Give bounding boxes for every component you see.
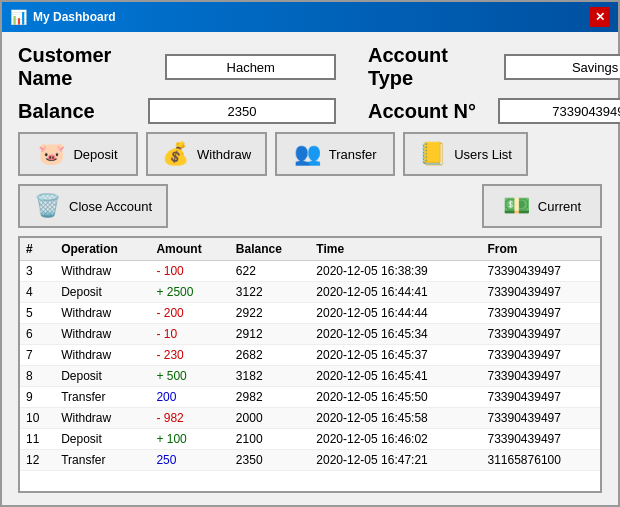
app-icon: 📊: [10, 9, 27, 25]
table-row: 4 Deposit + 2500 3122 2020-12-05 16:44:4…: [20, 282, 600, 303]
users-list-button[interactable]: 📒 Users List: [403, 132, 528, 176]
cell-operation: Withdraw: [55, 408, 150, 429]
cell-time: 2020-12-05 16:45:50: [310, 387, 481, 408]
cell-from: 73390439497: [482, 366, 601, 387]
close-account-button[interactable]: 🗑️ Close Account: [18, 184, 168, 228]
customer-name-group: Customer Name: [18, 44, 336, 90]
table-header-row: # Operation Amount Balance Time From: [20, 238, 600, 261]
users-list-icon: 📒: [419, 143, 446, 165]
balance-input[interactable]: [148, 98, 336, 124]
cell-time: 2020-12-05 16:45:41: [310, 366, 481, 387]
current-label: Current: [538, 199, 581, 214]
cell-operation: Withdraw: [55, 261, 150, 282]
cell-time: 2020-12-05 16:44:44: [310, 303, 481, 324]
cell-operation: Deposit: [55, 282, 150, 303]
table-row: 8 Deposit + 500 3182 2020-12-05 16:45:41…: [20, 366, 600, 387]
cell-amount: - 230: [150, 345, 229, 366]
cell-time: 2020-12-05 16:38:39: [310, 261, 481, 282]
col-header-time: Time: [310, 238, 481, 261]
close-account-label: Close Account: [69, 199, 152, 214]
balance-group: Balance: [18, 98, 336, 124]
form-row-1: Customer Name Account Type: [18, 44, 602, 90]
cell-operation: Deposit: [55, 429, 150, 450]
cell-time: 2020-12-05 16:45:37: [310, 345, 481, 366]
cell-amount: 250: [150, 450, 229, 471]
table-row: 6 Withdraw - 10 2912 2020-12-05 16:45:34…: [20, 324, 600, 345]
cell-amount: - 982: [150, 408, 229, 429]
account-no-input[interactable]: [498, 98, 620, 124]
cell-id: 8: [20, 366, 55, 387]
form-row-2: Balance Account N°: [18, 98, 602, 124]
col-header-amount: Amount: [150, 238, 229, 261]
cell-balance: 2922: [230, 303, 310, 324]
account-type-label: Account Type: [368, 44, 494, 90]
cell-operation: Withdraw: [55, 324, 150, 345]
deposit-icon: 🐷: [38, 143, 65, 165]
cell-id: 3: [20, 261, 55, 282]
cell-id: 6: [20, 324, 55, 345]
transactions-table-container[interactable]: # Operation Amount Balance Time From 3 W…: [18, 236, 602, 493]
cell-balance: 2000: [230, 408, 310, 429]
table-row: 3 Withdraw - 100 622 2020-12-05 16:38:39…: [20, 261, 600, 282]
cell-time: 2020-12-05 16:44:41: [310, 282, 481, 303]
cell-balance: 2350: [230, 450, 310, 471]
cell-time: 2020-12-05 16:45:58: [310, 408, 481, 429]
cell-balance: 3122: [230, 282, 310, 303]
cell-amount: 200: [150, 387, 229, 408]
cell-from: 73390439497: [482, 345, 601, 366]
cell-operation: Withdraw: [55, 345, 150, 366]
cell-time: 2020-12-05 16:47:21: [310, 450, 481, 471]
table-row: 10 Withdraw - 982 2000 2020-12-05 16:45:…: [20, 408, 600, 429]
cell-from: 73390439497: [482, 303, 601, 324]
cell-from: 73390439497: [482, 408, 601, 429]
cell-from: 73390439497: [482, 324, 601, 345]
cell-from: 73390439497: [482, 261, 601, 282]
main-window: 📊 My Dashboard ✕ Customer Name Account T…: [0, 0, 620, 507]
cell-from: 73390439497: [482, 429, 601, 450]
window-title: My Dashboard: [33, 10, 116, 24]
cell-balance: 2100: [230, 429, 310, 450]
cell-id: 4: [20, 282, 55, 303]
close-account-icon: 🗑️: [34, 195, 61, 217]
current-button[interactable]: 💵 Current: [482, 184, 602, 228]
account-no-group: Account N°: [368, 98, 620, 124]
deposit-button[interactable]: 🐷 Deposit: [18, 132, 138, 176]
col-header-id: #: [20, 238, 55, 261]
cell-balance: 622: [230, 261, 310, 282]
cell-from: 73390439497: [482, 387, 601, 408]
deposit-label: Deposit: [73, 147, 117, 162]
cell-time: 2020-12-05 16:46:02: [310, 429, 481, 450]
cell-id: 11: [20, 429, 55, 450]
table-row: 7 Withdraw - 230 2682 2020-12-05 16:45:3…: [20, 345, 600, 366]
transactions-table: # Operation Amount Balance Time From 3 W…: [20, 238, 600, 471]
cell-balance: 2912: [230, 324, 310, 345]
cell-balance: 3182: [230, 366, 310, 387]
cell-amount: + 2500: [150, 282, 229, 303]
button-row-1: 🐷 Deposit 💰 Withdraw 👥 Transfer 📒 Users …: [18, 132, 602, 176]
customer-name-label: Customer Name: [18, 44, 155, 90]
cell-id: 5: [20, 303, 55, 324]
table-row: 12 Transfer 250 2350 2020-12-05 16:47:21…: [20, 450, 600, 471]
account-no-label: Account N°: [368, 100, 488, 123]
cell-balance: 2682: [230, 345, 310, 366]
balance-label: Balance: [18, 100, 138, 123]
title-bar: 📊 My Dashboard ✕: [2, 2, 618, 32]
content-area: Customer Name Account Type Balance Accou…: [2, 32, 618, 505]
cell-operation: Transfer: [55, 387, 150, 408]
account-type-input[interactable]: [504, 54, 620, 80]
table-row: 9 Transfer 200 2982 2020-12-05 16:45:50 …: [20, 387, 600, 408]
cell-amount: - 200: [150, 303, 229, 324]
cell-amount: + 100: [150, 429, 229, 450]
table-row: 5 Withdraw - 200 2922 2020-12-05 16:44:4…: [20, 303, 600, 324]
title-bar-left: 📊 My Dashboard: [10, 9, 116, 25]
customer-name-input[interactable]: [165, 54, 336, 80]
withdraw-button[interactable]: 💰 Withdraw: [146, 132, 267, 176]
cell-amount: - 10: [150, 324, 229, 345]
window-close-button[interactable]: ✕: [590, 7, 610, 27]
account-type-group: Account Type: [368, 44, 620, 90]
cell-amount: - 100: [150, 261, 229, 282]
withdraw-icon: 💰: [162, 143, 189, 165]
cell-operation: Deposit: [55, 366, 150, 387]
transfer-button[interactable]: 👥 Transfer: [275, 132, 395, 176]
cell-id: 9: [20, 387, 55, 408]
